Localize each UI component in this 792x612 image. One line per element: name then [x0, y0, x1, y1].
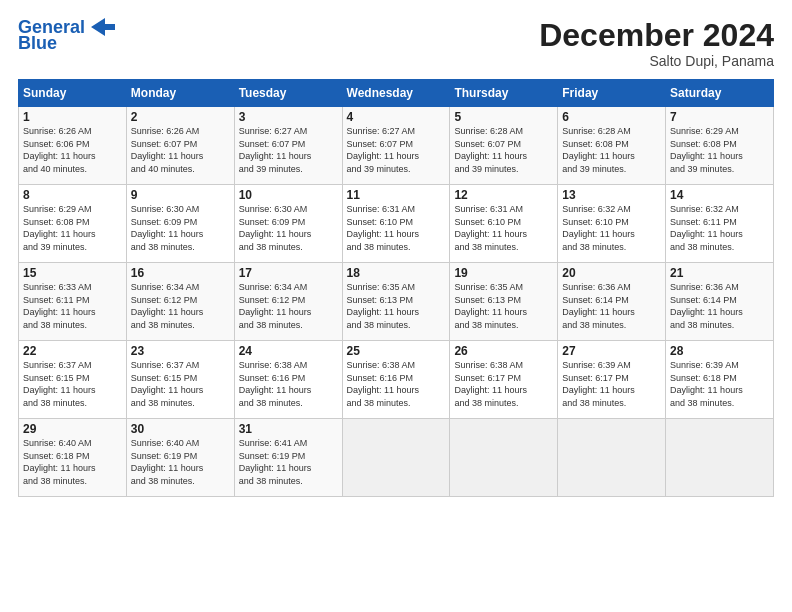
day-number: 20	[562, 266, 661, 280]
calendar-cell: 13Sunrise: 6:32 AM Sunset: 6:10 PM Dayli…	[558, 185, 666, 263]
day-info: Sunrise: 6:28 AM Sunset: 6:08 PM Dayligh…	[562, 125, 661, 175]
calendar-page: General Blue December 2024 Salto Dupi, P…	[0, 0, 792, 612]
day-number: 16	[131, 266, 230, 280]
calendar-cell: 29Sunrise: 6:40 AM Sunset: 6:18 PM Dayli…	[19, 419, 127, 497]
weekday-header-thursday: Thursday	[450, 80, 558, 107]
calendar-cell: 11Sunrise: 6:31 AM Sunset: 6:10 PM Dayli…	[342, 185, 450, 263]
day-info: Sunrise: 6:27 AM Sunset: 6:07 PM Dayligh…	[347, 125, 446, 175]
day-number: 27	[562, 344, 661, 358]
day-number: 12	[454, 188, 553, 202]
logo-arrow-icon	[87, 16, 115, 38]
day-info: Sunrise: 6:33 AM Sunset: 6:11 PM Dayligh…	[23, 281, 122, 331]
day-info: Sunrise: 6:35 AM Sunset: 6:13 PM Dayligh…	[347, 281, 446, 331]
day-number: 15	[23, 266, 122, 280]
calendar-week-3: 15Sunrise: 6:33 AM Sunset: 6:11 PM Dayli…	[19, 263, 774, 341]
month-title: December 2024	[539, 18, 774, 53]
day-number: 28	[670, 344, 769, 358]
calendar-cell	[666, 419, 774, 497]
calendar-cell: 26Sunrise: 6:38 AM Sunset: 6:17 PM Dayli…	[450, 341, 558, 419]
day-info: Sunrise: 6:34 AM Sunset: 6:12 PM Dayligh…	[131, 281, 230, 331]
calendar-cell: 21Sunrise: 6:36 AM Sunset: 6:14 PM Dayli…	[666, 263, 774, 341]
weekday-header-friday: Friday	[558, 80, 666, 107]
calendar-cell: 25Sunrise: 6:38 AM Sunset: 6:16 PM Dayli…	[342, 341, 450, 419]
calendar-week-4: 22Sunrise: 6:37 AM Sunset: 6:15 PM Dayli…	[19, 341, 774, 419]
calendar-cell: 12Sunrise: 6:31 AM Sunset: 6:10 PM Dayli…	[450, 185, 558, 263]
day-number: 5	[454, 110, 553, 124]
day-number: 13	[562, 188, 661, 202]
calendar-cell: 7Sunrise: 6:29 AM Sunset: 6:08 PM Daylig…	[666, 107, 774, 185]
calendar-cell: 15Sunrise: 6:33 AM Sunset: 6:11 PM Dayli…	[19, 263, 127, 341]
weekday-header-sunday: Sunday	[19, 80, 127, 107]
day-info: Sunrise: 6:38 AM Sunset: 6:16 PM Dayligh…	[239, 359, 338, 409]
calendar-cell: 5Sunrise: 6:28 AM Sunset: 6:07 PM Daylig…	[450, 107, 558, 185]
calendar-cell: 2Sunrise: 6:26 AM Sunset: 6:07 PM Daylig…	[126, 107, 234, 185]
calendar-cell: 17Sunrise: 6:34 AM Sunset: 6:12 PM Dayli…	[234, 263, 342, 341]
calendar-week-1: 1Sunrise: 6:26 AM Sunset: 6:06 PM Daylig…	[19, 107, 774, 185]
day-info: Sunrise: 6:36 AM Sunset: 6:14 PM Dayligh…	[670, 281, 769, 331]
day-number: 10	[239, 188, 338, 202]
calendar-cell	[450, 419, 558, 497]
svg-marker-0	[91, 18, 115, 36]
calendar-week-5: 29Sunrise: 6:40 AM Sunset: 6:18 PM Dayli…	[19, 419, 774, 497]
day-number: 7	[670, 110, 769, 124]
calendar-cell: 10Sunrise: 6:30 AM Sunset: 6:09 PM Dayli…	[234, 185, 342, 263]
day-number: 1	[23, 110, 122, 124]
day-number: 9	[131, 188, 230, 202]
day-info: Sunrise: 6:38 AM Sunset: 6:17 PM Dayligh…	[454, 359, 553, 409]
day-number: 6	[562, 110, 661, 124]
calendar-cell: 6Sunrise: 6:28 AM Sunset: 6:08 PM Daylig…	[558, 107, 666, 185]
day-number: 4	[347, 110, 446, 124]
calendar-cell: 20Sunrise: 6:36 AM Sunset: 6:14 PM Dayli…	[558, 263, 666, 341]
day-info: Sunrise: 6:39 AM Sunset: 6:18 PM Dayligh…	[670, 359, 769, 409]
day-info: Sunrise: 6:29 AM Sunset: 6:08 PM Dayligh…	[23, 203, 122, 253]
weekday-header-wednesday: Wednesday	[342, 80, 450, 107]
day-number: 18	[347, 266, 446, 280]
day-number: 19	[454, 266, 553, 280]
day-info: Sunrise: 6:34 AM Sunset: 6:12 PM Dayligh…	[239, 281, 338, 331]
calendar-cell: 1Sunrise: 6:26 AM Sunset: 6:06 PM Daylig…	[19, 107, 127, 185]
calendar-cell: 31Sunrise: 6:41 AM Sunset: 6:19 PM Dayli…	[234, 419, 342, 497]
calendar-cell: 24Sunrise: 6:38 AM Sunset: 6:16 PM Dayli…	[234, 341, 342, 419]
calendar-week-2: 8Sunrise: 6:29 AM Sunset: 6:08 PM Daylig…	[19, 185, 774, 263]
weekday-header-saturday: Saturday	[666, 80, 774, 107]
calendar-cell: 28Sunrise: 6:39 AM Sunset: 6:18 PM Dayli…	[666, 341, 774, 419]
day-info: Sunrise: 6:27 AM Sunset: 6:07 PM Dayligh…	[239, 125, 338, 175]
day-info: Sunrise: 6:36 AM Sunset: 6:14 PM Dayligh…	[562, 281, 661, 331]
day-info: Sunrise: 6:40 AM Sunset: 6:19 PM Dayligh…	[131, 437, 230, 487]
day-info: Sunrise: 6:37 AM Sunset: 6:15 PM Dayligh…	[23, 359, 122, 409]
day-number: 3	[239, 110, 338, 124]
day-info: Sunrise: 6:29 AM Sunset: 6:08 PM Dayligh…	[670, 125, 769, 175]
day-info: Sunrise: 6:35 AM Sunset: 6:13 PM Dayligh…	[454, 281, 553, 331]
calendar-cell: 30Sunrise: 6:40 AM Sunset: 6:19 PM Dayli…	[126, 419, 234, 497]
calendar-cell: 8Sunrise: 6:29 AM Sunset: 6:08 PM Daylig…	[19, 185, 127, 263]
day-number: 17	[239, 266, 338, 280]
day-number: 23	[131, 344, 230, 358]
day-number: 31	[239, 422, 338, 436]
day-info: Sunrise: 6:30 AM Sunset: 6:09 PM Dayligh…	[239, 203, 338, 253]
calendar-cell	[342, 419, 450, 497]
day-info: Sunrise: 6:31 AM Sunset: 6:10 PM Dayligh…	[347, 203, 446, 253]
calendar-table: SundayMondayTuesdayWednesdayThursdayFrid…	[18, 79, 774, 497]
day-number: 29	[23, 422, 122, 436]
calendar-cell: 14Sunrise: 6:32 AM Sunset: 6:11 PM Dayli…	[666, 185, 774, 263]
calendar-header: SundayMondayTuesdayWednesdayThursdayFrid…	[19, 80, 774, 107]
weekday-header-monday: Monday	[126, 80, 234, 107]
logo: General Blue	[18, 18, 115, 54]
logo-text-blue: Blue	[18, 34, 57, 54]
day-info: Sunrise: 6:32 AM Sunset: 6:11 PM Dayligh…	[670, 203, 769, 253]
calendar-body: 1Sunrise: 6:26 AM Sunset: 6:06 PM Daylig…	[19, 107, 774, 497]
day-number: 22	[23, 344, 122, 358]
day-number: 21	[670, 266, 769, 280]
page-header: General Blue December 2024 Salto Dupi, P…	[18, 18, 774, 69]
day-number: 24	[239, 344, 338, 358]
day-info: Sunrise: 6:31 AM Sunset: 6:10 PM Dayligh…	[454, 203, 553, 253]
day-info: Sunrise: 6:30 AM Sunset: 6:09 PM Dayligh…	[131, 203, 230, 253]
day-info: Sunrise: 6:40 AM Sunset: 6:18 PM Dayligh…	[23, 437, 122, 487]
day-number: 8	[23, 188, 122, 202]
day-number: 25	[347, 344, 446, 358]
day-info: Sunrise: 6:37 AM Sunset: 6:15 PM Dayligh…	[131, 359, 230, 409]
day-info: Sunrise: 6:38 AM Sunset: 6:16 PM Dayligh…	[347, 359, 446, 409]
day-number: 30	[131, 422, 230, 436]
day-info: Sunrise: 6:26 AM Sunset: 6:07 PM Dayligh…	[131, 125, 230, 175]
day-number: 11	[347, 188, 446, 202]
